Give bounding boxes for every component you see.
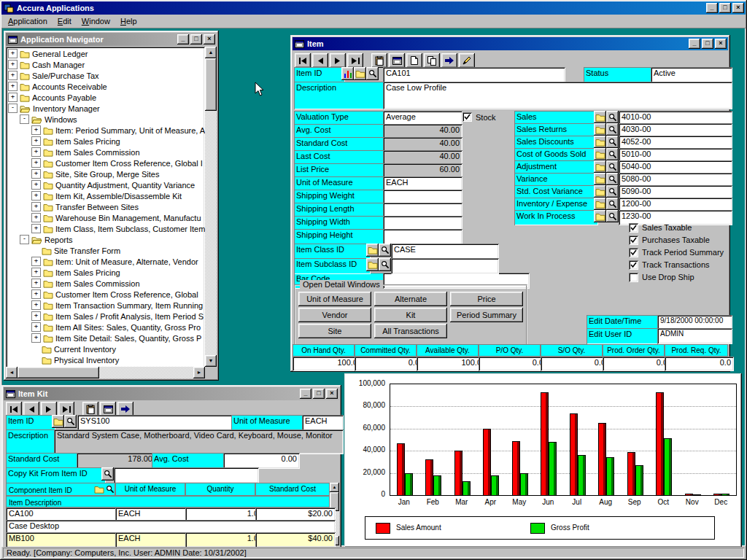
search-lookup-button[interactable] xyxy=(606,210,619,222)
item-kit-titlebar[interactable]: Item Kit _□× xyxy=(4,387,339,400)
menu-help[interactable]: Help xyxy=(115,15,142,27)
tree-item-inventory-manager[interactable]: -Inventory Manager xyxy=(6,103,205,114)
search-lookup-button[interactable] xyxy=(64,415,77,428)
checkbox-purchases-taxable[interactable] xyxy=(629,236,638,245)
tree-item-quantity-adjustment-quantity-variance[interactable]: +Quantity Adjustment, Quantity Variance xyxy=(6,179,205,190)
detail-button-kit[interactable]: Kit xyxy=(374,308,447,322)
navigator-titlebar[interactable]: Application Navigator _□× xyxy=(6,33,217,46)
window-button[interactable] xyxy=(389,53,405,68)
kit-grid-cell-quantity[interactable]: 1.0 xyxy=(185,532,261,548)
field-shipping-height[interactable] xyxy=(383,229,462,245)
tree-expander[interactable]: + xyxy=(8,60,18,69)
item-id-input[interactable]: CA101 xyxy=(383,67,565,83)
detail-button-all-transactions[interactable]: All Transactions xyxy=(374,324,447,338)
folder-lookup-button[interactable] xyxy=(594,136,606,148)
tree-item-item-transaction-summary-item-running[interactable]: +Item Transaction Summary, Item Running xyxy=(6,300,205,311)
tree-expander[interactable]: + xyxy=(31,300,41,310)
folder-lookup-button[interactable] xyxy=(594,173,606,185)
field-item-class-id[interactable]: CASE xyxy=(391,244,499,260)
tree-item-customer-item-cross-reference-global[interactable]: +Customer Item Cross Reference, Global xyxy=(6,289,205,300)
tree-item-transfer-between-sites[interactable]: +Transfer Between Sites xyxy=(6,201,205,212)
tree-expander[interactable]: + xyxy=(31,279,41,288)
tree-expander[interactable]: + xyxy=(31,136,41,146)
search-lookup-button[interactable] xyxy=(606,173,619,185)
search-lookup-button[interactable] xyxy=(379,258,391,271)
tree-item-item-sales-pricing[interactable]: +Item Sales Pricing xyxy=(6,136,205,147)
tree-expander[interactable]: - xyxy=(20,235,29,244)
search-lookup-button[interactable] xyxy=(606,198,619,210)
item-titlebar[interactable]: Item _□× xyxy=(293,37,728,50)
folder-lookup-button[interactable] xyxy=(354,67,366,80)
tree-item-customer-item-cross-reference-global-i[interactable]: +Customer Item Cross Reference, Global I xyxy=(6,158,205,168)
tree-item-item-period-summary-unit-of-measure-a[interactable]: +Item: Period Summary, Unit of Measure, … xyxy=(6,125,205,136)
tree-expander[interactable]: + xyxy=(31,147,41,157)
tree-item-accounts-payable[interactable]: +Accounts Payable xyxy=(6,92,205,103)
navigator-vertical-scrollbar[interactable]: ▲ ▼ xyxy=(205,47,217,367)
detail-button-period-summary[interactable]: Period Summary xyxy=(450,308,523,322)
maximize-button[interactable]: □ xyxy=(190,34,202,44)
maximize-button[interactable]: □ xyxy=(702,39,713,49)
minimize-button[interactable]: _ xyxy=(177,34,189,44)
tree-item-site-site-group-merge-sites[interactable]: +Site, Site Group, Merge Sites xyxy=(6,168,205,179)
tree-item-item-class-item-subclass-customer-item[interactable]: +Item Class, Item Subclass, Customer Ite… xyxy=(6,223,205,234)
minimize-button[interactable]: _ xyxy=(706,3,718,13)
folder-lookup-button[interactable] xyxy=(594,185,606,198)
last-button[interactable] xyxy=(347,53,363,68)
tree-item-item-kit-assemble-disassemble-kit[interactable]: +Item Kit, Assemble/Disassemble Kit xyxy=(6,190,205,201)
tree-item-current-inventory[interactable]: Current Inventory xyxy=(6,343,205,354)
copy-button[interactable] xyxy=(424,53,440,68)
search-lookup-button[interactable] xyxy=(379,244,391,257)
tree-expander[interactable]: + xyxy=(31,158,41,168)
scroll-thumb[interactable] xyxy=(18,367,99,378)
find-button[interactable] xyxy=(441,53,457,68)
close-button[interactable]: × xyxy=(204,34,215,44)
detail-button-vendor[interactable]: Vendor xyxy=(298,308,371,322)
search-lookup-button[interactable] xyxy=(366,67,379,80)
search-lookup-button[interactable] xyxy=(606,123,619,136)
kit-grid-cell-unit-of-measure[interactable]: EACH xyxy=(115,532,191,548)
tree-item-item-all-sites-sales-quantity-gross-pro[interactable]: +Item All Sites: Sales, Quantity, Gross … xyxy=(6,322,205,332)
field-item-subclass-id[interactable] xyxy=(391,258,499,274)
tree-expander[interactable]: + xyxy=(8,49,18,58)
description-input[interactable]: Case Low Profile xyxy=(383,82,732,109)
search-lookup-button[interactable] xyxy=(606,136,619,148)
checkbox-track-transactions[interactable] xyxy=(629,260,638,270)
window-button[interactable] xyxy=(100,402,116,416)
stock-checkbox[interactable] xyxy=(462,112,472,122)
close-button[interactable]: × xyxy=(326,389,338,399)
tree-expander[interactable]: + xyxy=(31,180,41,190)
tree-item-reports[interactable]: -Reports xyxy=(6,234,205,245)
status-value[interactable]: Active xyxy=(651,67,732,83)
tree-item-item-sales-profit-analysis-item-period-s[interactable]: +Item Sales / Profit Analysis, Item Peri… xyxy=(6,311,205,322)
tree-expander[interactable]: + xyxy=(8,71,18,80)
kit-grid-cell-standard-cost[interactable]: $40.00 xyxy=(255,532,336,548)
find-button[interactable] xyxy=(117,402,133,416)
menu-application[interactable]: Application xyxy=(3,15,53,27)
tree-item-sale-purchase-tax[interactable]: +Sale/Purchase Tax xyxy=(6,70,205,81)
checkbox-track-period-summary[interactable] xyxy=(629,248,638,257)
tree-expander[interactable]: + xyxy=(31,333,41,343)
prev-button[interactable] xyxy=(23,402,39,416)
tree-item-warehouse-bin-management-manufactu[interactable]: +Warehouse Bin Management, Manufactu xyxy=(6,212,205,223)
maximize-button[interactable]: □ xyxy=(719,3,731,13)
detail-button-site[interactable]: Site xyxy=(298,324,371,338)
folder-lookup-button[interactable] xyxy=(594,198,606,210)
tree-expander[interactable]: + xyxy=(31,213,41,222)
chart-lookup-button[interactable] xyxy=(341,67,354,80)
copy-kit-input[interactable] xyxy=(114,467,259,483)
tree-item-cash-manager[interactable]: +Cash Manager xyxy=(6,59,205,70)
kit-uom-value[interactable]: EACH xyxy=(302,415,344,431)
tree-expander[interactable]: + xyxy=(8,82,18,91)
scroll-left-button[interactable]: ◄ xyxy=(6,367,18,378)
next-button[interactable] xyxy=(41,402,57,416)
tree-expander[interactable]: + xyxy=(31,169,41,179)
kit-item-id-input[interactable]: SYS100 xyxy=(77,415,237,431)
search-lookup-button[interactable] xyxy=(606,148,619,160)
scroll-up-button[interactable]: ▲ xyxy=(205,47,217,58)
tree-item-item-sales-commission[interactable]: +Item Sales Commission xyxy=(6,147,205,158)
folder-lookup-button[interactable] xyxy=(594,210,606,222)
paste-button[interactable] xyxy=(371,53,387,68)
first-button[interactable] xyxy=(6,402,22,416)
folder-lookup-button[interactable] xyxy=(94,485,104,495)
tree-expander[interactable]: + xyxy=(31,322,41,332)
